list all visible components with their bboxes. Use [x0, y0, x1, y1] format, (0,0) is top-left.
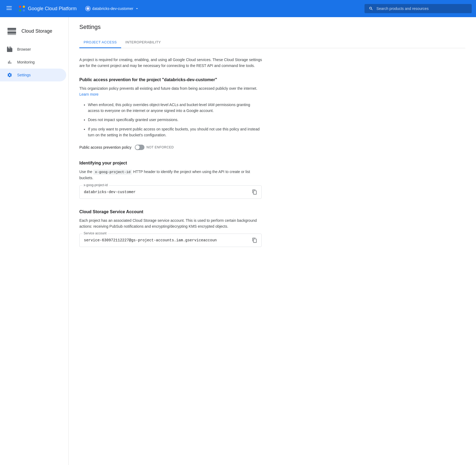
- identifying-description: Use the x-goog-project-id HTTP header to…: [79, 169, 262, 181]
- cloud-storage-icon: [6, 26, 17, 36]
- sidebar: Cloud Storage Browser Monitorin: [0, 17, 69, 465]
- settings-label: Settings: [17, 73, 31, 77]
- service-account-field-container: Service account: [79, 234, 262, 247]
- svg-point-4: [23, 6, 25, 8]
- toggle-knob: [135, 145, 140, 149]
- browser-label: Browser: [17, 47, 31, 51]
- public-access-title: Public access prevention for the project…: [79, 77, 465, 82]
- code-header: x-goog-project-id: [93, 170, 132, 175]
- platform-title: Google Cloud Platform: [28, 6, 77, 12]
- svg-rect-2: [6, 9, 12, 10]
- project-selector[interactable]: databricks-dev-customer: [85, 6, 139, 11]
- service-account-field-label: Service account: [83, 231, 107, 235]
- project-icon: [85, 6, 91, 11]
- identifying-title: Identifying your project: [79, 161, 465, 166]
- policy-toggle-row: Public access prevention policy NOT ENFO…: [79, 145, 465, 150]
- intro-description: A project is required for creating, enab…: [79, 57, 267, 69]
- identifying-section: Identifying your project Use the x-goog-…: [79, 161, 465, 199]
- service-account-section: Cloud Storage Service Account Each proje…: [79, 209, 465, 247]
- toggle-container: NOT ENFORCED: [135, 145, 174, 150]
- policy-toggle[interactable]: [135, 145, 144, 150]
- tab-interoperability[interactable]: INTEROPERABILITY: [121, 37, 165, 48]
- app-header: Google Cloud Platform databricks-dev-cus…: [0, 0, 476, 17]
- copy-service-account-button[interactable]: [251, 237, 258, 244]
- svg-point-6: [23, 9, 25, 12]
- svg-rect-10: [8, 32, 16, 34]
- list-item: If you only want to prevent public acces…: [88, 126, 262, 138]
- project-name: databricks-dev-customer: [92, 6, 133, 11]
- copy-icon: [252, 189, 257, 195]
- page-title: Settings: [79, 24, 465, 31]
- sidebar-title: Cloud Storage: [21, 28, 52, 34]
- svg-rect-11: [8, 34, 16, 35]
- monitoring-icon: [6, 59, 13, 65]
- public-access-description: This organization policy prevents all ex…: [79, 85, 262, 98]
- policy-status-text: NOT ENFORCED: [147, 145, 174, 149]
- copy-project-id-button[interactable]: [251, 188, 258, 196]
- bullet-list: When enforced, this policy overrides obj…: [79, 102, 262, 138]
- hamburger-menu-icon[interactable]: [4, 3, 14, 14]
- list-item: Does not impact specifically granted use…: [88, 117, 262, 123]
- sidebar-nav: Browser Monitoring Settings: [0, 43, 68, 81]
- sidebar-item-browser[interactable]: Browser: [0, 43, 66, 56]
- browser-icon: [6, 46, 13, 52]
- search-input[interactable]: [377, 6, 467, 11]
- tab-bar: PROJECT ACCESS INTEROPERABILITY: [79, 37, 465, 48]
- google-logo-dots: [18, 5, 26, 12]
- policy-label: Public access prevention policy: [79, 145, 132, 149]
- project-id-field-container: x-goog-project-id: [79, 185, 262, 199]
- svg-rect-9: [8, 31, 16, 31]
- svg-rect-1: [6, 8, 12, 8]
- svg-point-3: [19, 6, 21, 8]
- svg-rect-8: [8, 28, 16, 30]
- app-title: Google Cloud Platform: [18, 5, 77, 12]
- public-access-section: Public access prevention for the project…: [79, 77, 465, 150]
- svg-point-7: [87, 7, 89, 10]
- sidebar-item-settings[interactable]: Settings: [0, 69, 66, 81]
- tab-project-access[interactable]: PROJECT ACCESS: [79, 37, 121, 48]
- sidebar-item-monitoring[interactable]: Monitoring: [0, 56, 66, 69]
- sidebar-header: Cloud Storage: [0, 21, 68, 41]
- app-layout: Cloud Storage Browser Monitorin: [0, 17, 476, 465]
- dropdown-arrow-icon: [135, 6, 139, 11]
- service-account-title: Cloud Storage Service Account: [79, 209, 465, 214]
- project-id-field-label: x-goog-project-id: [83, 183, 109, 187]
- svg-point-5: [19, 9, 21, 12]
- search-icon: [369, 6, 373, 11]
- project-id-input[interactable]: [79, 185, 262, 199]
- service-account-description: Each project has an associated Cloud Sto…: [79, 218, 262, 230]
- svg-rect-0: [6, 6, 12, 7]
- copy-icon: [252, 238, 257, 243]
- learn-more-link[interactable]: Learn more: [79, 92, 99, 96]
- identifying-pre-text: Use the: [79, 170, 92, 174]
- service-account-input[interactable]: [79, 234, 262, 247]
- settings-icon: [6, 72, 13, 78]
- main-content: Settings PROJECT ACCESS INTEROPERABILITY…: [69, 17, 476, 465]
- public-access-desc-text: This organization policy prevents all ex…: [79, 86, 257, 91]
- list-item: When enforced, this policy overrides obj…: [88, 102, 262, 114]
- monitoring-label: Monitoring: [17, 60, 35, 64]
- search-bar[interactable]: [365, 4, 472, 13]
